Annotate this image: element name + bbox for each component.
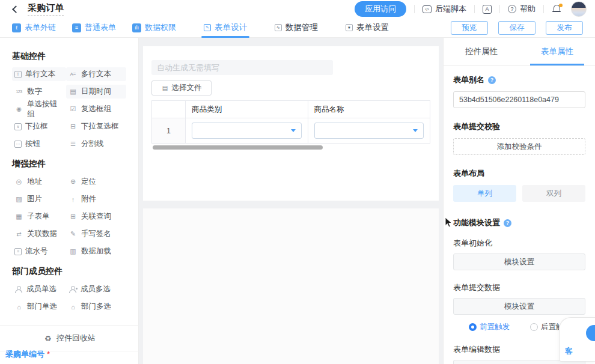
form-external-link-button[interactable]: 表单外链 [12,22,56,33]
file-icon [162,83,169,93]
recycle-icon [43,334,52,343]
image-icon [14,195,23,204]
publish-button[interactable]: 发布 [546,21,583,35]
divider [414,5,415,13]
layout-segmented-control: 单列 双列 [453,185,585,202]
help-circle-icon[interactable]: ? [504,219,511,227]
help-circle-icon[interactable]: ? [488,76,496,84]
preview-button[interactable]: 预览 [451,21,488,35]
form-alias-label: 表单别名 ? [453,74,585,85]
notifications-button[interactable] [552,4,563,14]
data-permission-button[interactable]: 数据权限 [132,22,176,33]
control-signature[interactable]: 手写签名 [66,227,126,241]
document-icon [72,23,81,32]
control-attachment[interactable]: 附件 [66,192,126,206]
add-validation-button[interactable]: 添加校验条件 [453,138,585,155]
panel-tabs: 控件属性 表单属性 [444,38,595,66]
product-name-select[interactable] [314,123,424,139]
po-number-input[interactable]: 自动生成无需填写 [151,60,333,75]
multi-line-text-icon [69,70,78,79]
dropdown-icon [14,123,22,130]
linked-data-icon [14,229,23,238]
subform-label: 子表单 [5,349,29,360]
number-icon [14,87,23,96]
divider-icon [69,139,78,148]
backend-script-button[interactable]: 后端脚本 [423,4,466,14]
control-button[interactable]: 按钮 [12,137,66,151]
question-circle-icon [508,5,516,13]
form-settings-icon [346,24,353,31]
control-department-multi[interactable]: 部门多选 [66,300,126,314]
avatar[interactable] [571,1,587,17]
po-number-field[interactable]: 采购单编号* 自动生成无需填写 [151,60,430,75]
form-card: 采购单编号* 自动生成无需填写 子表单 选择文件 商品类别 商品名称 [143,46,439,201]
control-divider[interactable]: 分割线 [66,137,126,151]
choose-file-button[interactable]: 选择文件 [151,80,212,96]
horizontal-scrollbar [151,145,430,150]
member-single-icon [14,285,23,293]
chevron-left-icon [12,5,20,13]
tab-data-management[interactable]: 数据管理 [275,18,318,37]
control-subform[interactable]: 子表单 [12,210,66,223]
layout-double-column-button[interactable]: 双列 [522,185,585,202]
attachment-icon [69,195,78,204]
form-submit-module-button[interactable]: 模块设置 [453,298,585,315]
control-multi-line-text[interactable]: 多行文本 [66,67,126,81]
row-index: 1 [152,118,186,144]
tab-widget-properties[interactable]: 控件属性 [444,38,519,65]
control-number[interactable]: 数字 [12,85,66,99]
scrollbar-thumb[interactable] [153,145,323,150]
control-member-multi[interactable]: 成员多选 [66,282,126,296]
single-line-text-icon [14,71,22,78]
linked-query-icon [69,212,78,221]
control-image[interactable]: 图片 [12,192,66,206]
control-single-line-text[interactable]: 单行文本 [12,67,66,81]
page-title[interactable]: 采购订单 [28,2,64,16]
customer-service-widget[interactable]: 客 [559,317,595,362]
subform-field[interactable]: 子表单 选择文件 商品类别 商品名称 1 [151,80,430,150]
section-title-enhanced-controls: 增强控件 [12,159,138,169]
main-tabs: 表单设计 数据管理 表单设置 [204,18,389,37]
data-load-icon [69,247,78,256]
control-checkbox-group[interactable]: 复选框组 [66,102,126,116]
control-member-single[interactable]: 成员单选 [12,282,66,296]
layout-single-column-button[interactable]: 单列 [453,185,516,202]
control-geolocation[interactable]: 定位 [66,175,126,189]
control-linked-data[interactable]: 关联数据 [12,227,66,241]
normal-form-button[interactable]: 普通表单 [72,22,116,33]
form-link-group: 表单外链 普通表单 数据权限 [12,22,176,33]
customer-service-label: 客 [565,346,573,357]
control-date-time[interactable]: 日期时间 [66,85,126,99]
radio-pre-trigger[interactable]: 前置触发 [469,322,510,332]
form-init-module-button[interactable]: 模块设置 [453,253,585,270]
control-data-load[interactable]: 数据加载 [66,244,126,258]
form-alias-input[interactable]: 53b4d51506e2260118e0a479 [453,91,585,108]
index-header-cell [152,101,186,118]
dept-member-controls-grid: 成员单选 成员多选 部门单选 部门多选 [12,281,138,315]
control-radio-group[interactable]: 单选按钮组 [12,97,66,121]
app-access-button[interactable]: 应用访问 [355,1,406,17]
tab-form-properties[interactable]: 表单属性 [519,38,595,65]
divider [543,5,544,13]
save-button[interactable]: 保存 [498,21,536,35]
control-recycle-bin[interactable]: 控件回收站 [0,325,139,351]
subform-row: 1 [152,118,430,144]
tab-form-design[interactable]: 表单设计 [204,18,247,37]
toolbar-actions: 预览 保存 发布 [451,21,583,35]
control-serial-number[interactable]: 流水号 [12,244,66,258]
control-address[interactable]: 地址 [12,175,66,189]
help-button[interactable]: 帮助 [508,4,536,14]
module-settings-label: 功能模块设置 ? [453,217,585,228]
control-department-single[interactable]: 部门单选 [12,300,66,314]
radio-icon [469,323,477,331]
controls-sidebar: 基础控件 单行文本 多行文本 数字 日期时间 单选按钮组 复选框组 下拉框 下拉… [0,38,139,364]
control-linked-query[interactable]: 关联查询 [66,210,126,223]
translate-icon[interactable] [483,5,492,14]
product-category-select[interactable] [192,123,302,139]
tab-form-settings[interactable]: 表单设置 [346,18,389,37]
back-button[interactable] [8,3,20,15]
form-canvas: 采购单编号* 自动生成无需填写 子表单 选择文件 商品类别 商品名称 [139,38,443,364]
control-dropdown[interactable]: 下拉框 [12,120,66,133]
locate-icon [69,177,78,186]
control-dropdown-multiselect[interactable]: 下拉复选框 [66,120,126,133]
